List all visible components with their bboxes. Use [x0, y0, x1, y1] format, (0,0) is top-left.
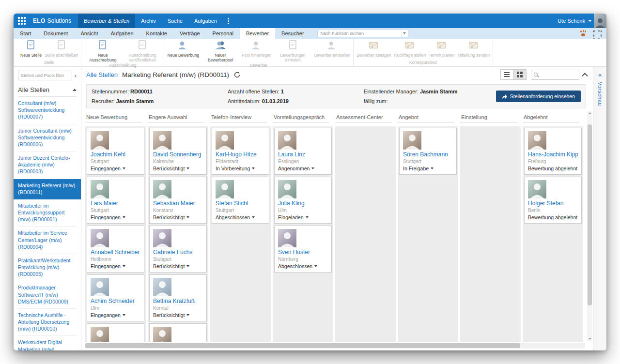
sidebar-collapse-icon[interactable]: ‹ [75, 73, 77, 79]
kanban-column-body[interactable]: Sören Bachmann Stuttgart In Freigabe [398, 126, 458, 342]
sidebar-item[interactable]: Mitarbeiter im Service Center/Lager (m/w… [18, 227, 77, 254]
breadcrumb-all-positions[interactable]: Alle Stellen [86, 71, 118, 78]
ribbon-button[interactable]: Mitteilung senden [456, 39, 492, 58]
avatar[interactable] [594, 14, 606, 28]
candidate-card[interactable]: Joachim Kehl Stuttgart Eingegangen [87, 128, 144, 175]
candidate-card[interactable]: Gabriele Fuchs Stuttgart Berücksichtigt [149, 226, 207, 273]
horizontal-scrollbar-thumb[interactable] [85, 343, 520, 348]
user-menu[interactable]: Ute Schenk [553, 14, 594, 28]
candidate-status-dropdown[interactable]: Berücksichtigt [153, 214, 203, 220]
paw-assistant-icon[interactable] [580, 30, 587, 37]
board-search-input[interactable] [540, 72, 576, 77]
ribbon-tab[interactable]: Besucher [275, 28, 310, 39]
candidate-name-link[interactable]: Annabell Schreiber [91, 249, 140, 256]
top-nav-tab[interactable]: Bewerber & Stellen [78, 14, 135, 28]
candidate-card[interactable]: Annabell Schreiber Heilbronn Eingegangen [87, 226, 144, 273]
candidate-card[interactable]: Achim Schneider Ulm Eingegangen [87, 274, 144, 321]
candidate-name-link[interactable]: David Sonnenberg [153, 151, 203, 158]
candidate-card[interactable]: Bettina Kratzfuß Korntal Berücksichtigt [149, 274, 207, 321]
candidate-status-dropdown[interactable]: Bewerbung abgelehnt (Unt [528, 214, 578, 220]
candidate-status-dropdown[interactable]: Angenommen [278, 166, 328, 171]
collapse-panel-icon[interactable] [582, 73, 588, 79]
candidate-card[interactable]: David Sonnenberg Kalrsruhe Berücksichtig… [149, 128, 207, 175]
sidebar-item[interactable]: Marketing Referent (m/w) (RD00011) [14, 179, 81, 199]
ribbon-button[interactable]: Foto hinterlegen [240, 39, 273, 58]
ribbon-tab[interactable]: Dokument [37, 28, 74, 39]
horizontal-scrollbar[interactable] [85, 343, 585, 349]
candidate-card[interactable]: Hans-Joachim Kipp Freiburg Bewerbung abg… [524, 128, 582, 175]
candidate-name-link[interactable]: Lars Maier [91, 200, 140, 207]
candidate-name-link[interactable]: Karl-Hugo Hitze [216, 151, 265, 158]
sidebar-item[interactable]: Praktikant/Werkstudent Entwicklung (m/w)… [18, 254, 77, 282]
ribbon-button[interactable]: Rückfrage stellen [393, 39, 428, 58]
candidate-status-dropdown[interactable]: Eingegangen [91, 312, 140, 318]
candidate-card[interactable]: Julia Kling Ulm Eingeladen [274, 177, 332, 224]
sidebar-section-header[interactable]: Alle Stellen [18, 86, 77, 97]
candidate-status-dropdown[interactable]: Berücksichtigt [153, 263, 203, 269]
candidate-status-dropdown[interactable]: Eingegangen [91, 214, 140, 220]
candidate-card[interactable]: Lena Schmidt Stuttgart [87, 323, 144, 342]
candidate-status-dropdown[interactable]: Abgeschlossen [278, 263, 328, 269]
candidate-name-link[interactable]: Sven Huster [278, 249, 328, 256]
ribbon-button[interactable]: Neue Ausschreibung [83, 39, 123, 62]
kanban-column-body[interactable]: David Sonnenberg Kalrsruhe Berücksichtig… [148, 126, 208, 342]
grid-view-button[interactable] [513, 69, 527, 80]
top-nav-tab[interactable]: Archiv [135, 14, 162, 28]
expand-left-icon[interactable]: « [598, 72, 602, 78]
vertical-scrollbar-thumb[interactable] [588, 124, 592, 305]
candidate-card[interactable]: Holger Stefan Berlin Bewerbung abgelehnt… [524, 177, 582, 224]
candidate-status-dropdown[interactable]: Eingegangen [91, 166, 140, 171]
function-search-combobox[interactable]: Nach Funktion suchen [317, 30, 408, 37]
candidate-name-link[interactable]: Bettina Kratzfuß [153, 298, 203, 304]
ribbon-button[interactable]: Bewerbungen einholen [273, 39, 313, 62]
ribbon-button[interactable]: Neuer Bewerberpool [201, 39, 240, 62]
top-nav-tab[interactable]: Aufgaben [188, 14, 223, 28]
candidate-name-link[interactable]: Achim Schneider [91, 298, 140, 304]
candidate-card[interactable]: Lars Maier Stuttgart Eingegangen [87, 177, 144, 224]
ribbon-button[interactable]: Termin planen [427, 39, 456, 58]
candidate-name-link[interactable]: Holger Stefan [528, 200, 578, 207]
sidebar-item[interactable]: Technische Aushilfe - Abteilung Übersetz… [18, 309, 77, 336]
candidate-card[interactable]: Sören Bachmann Stuttgart In Freigabe [399, 128, 457, 175]
ribbon-tab[interactable]: Start [14, 28, 37, 39]
ribbon-button[interactable]: Neue Stelle [19, 39, 43, 58]
candidate-name-link[interactable]: Gabriele Fuchs [153, 249, 203, 256]
candidate-name-link[interactable]: Sebastian Maier [153, 200, 203, 207]
scroll-down-icon[interactable] [589, 338, 591, 340]
sidebar-item[interactable]: Junior Dozent Contelo-Akademie (m/w) (RD… [18, 152, 77, 179]
candidate-status-dropdown[interactable]: In Freigabe [403, 166, 453, 171]
ribbon-tab[interactable]: Verträge [173, 28, 206, 39]
candidate-card[interactable]: Karl-Hugo Hitze Filderstadt In Vorbereit… [212, 128, 269, 175]
candidate-card[interactable]: Laura Linz Esslingen Angenommen [274, 128, 332, 175]
candidate-card[interactable]: Stefan Stichl Stuttgart Abgeschlossen [212, 177, 269, 224]
vertical-scrollbar[interactable] [587, 111, 592, 341]
ribbon-button[interactable]: Neue Bewerbung [166, 39, 201, 58]
ribbon-button[interactable]: Bewerber absagen [355, 39, 392, 58]
candidate-status-dropdown[interactable]: Bewerbung abgelehnt (Unt [528, 166, 578, 171]
ribbon-button[interactable]: Bewerber einstellen [313, 39, 352, 58]
sidebar-item[interactable]: Mitarbeiter im Entwicklungssupport (m/w)… [18, 199, 77, 227]
app-launcher-button[interactable] [14, 14, 30, 28]
ribbon-tab[interactable]: Kontakte [140, 28, 173, 39]
candidate-card[interactable]: Sebastian Maier Konstanz Berücksichtigt [149, 177, 207, 224]
view-requisition-button[interactable]: Stellenanforderung einsehen [496, 91, 581, 102]
kanban-column-body[interactable] [460, 126, 521, 342]
refresh-icon[interactable] [233, 71, 241, 78]
candidate-status-dropdown[interactable]: Eingegangen [91, 263, 140, 269]
ribbon-tab[interactable]: Aufgaben [104, 28, 140, 39]
candidate-card[interactable]: Florian Henneberg Stuttgart [149, 323, 207, 342]
ribbon-button[interactable]: Ausschreibung veröffentlichen [123, 39, 162, 62]
candidate-name-link[interactable]: Julia Kling [278, 200, 328, 207]
kanban-column-body[interactable]: Laura Linz Esslingen Angenommen [273, 126, 333, 342]
top-nav-tab[interactable]: Suche [162, 14, 188, 28]
kanban-column-body[interactable]: Joachim Kehl Stuttgart Eingegangen [85, 126, 146, 342]
candidate-status-dropdown[interactable]: Berücksichtigt [153, 312, 203, 318]
ribbon-tab[interactable]: Bewerber [240, 28, 275, 39]
candidate-name-link[interactable]: Sören Bachmann [403, 151, 453, 158]
fullscreen-icon[interactable] [593, 30, 600, 37]
ribbon-tab[interactable]: Ansicht [74, 28, 104, 39]
sidebar-filter-input[interactable] [18, 71, 72, 80]
kanban-column-body[interactable] [335, 126, 396, 342]
sidebar-item[interactable]: Junior Consultant (m/w) Softwareentwickl… [18, 124, 77, 152]
more-menu-button[interactable] [223, 14, 234, 28]
